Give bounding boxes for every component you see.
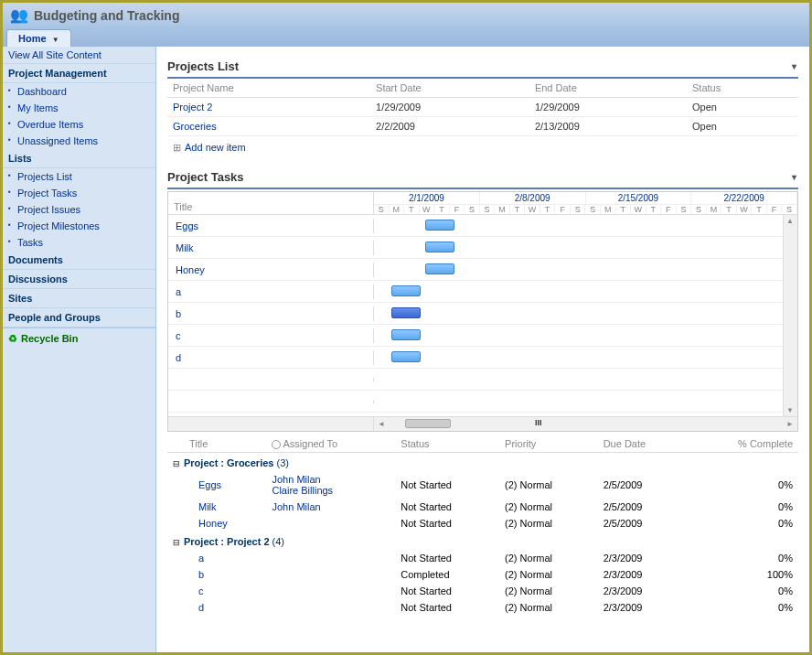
gantt-day-header: F — [767, 205, 783, 214]
collapse-icon[interactable]: ⊟ — [173, 459, 180, 468]
gantt-day-header: T — [721, 205, 737, 214]
task-row[interactable]: aNot Started(2) Normal2/3/20090% — [167, 550, 798, 566]
gantt-bar[interactable] — [425, 242, 454, 252]
gantt-bar[interactable] — [391, 285, 421, 296]
gantt-vertical-scrollbar[interactable] — [783, 215, 797, 416]
gantt-day-header: M — [390, 205, 405, 214]
sidebar-item[interactable]: Projects List — [3, 168, 155, 185]
projects-list-table: Project Name Start Date End Date Status … — [167, 79, 798, 136]
col-title[interactable]: Title — [184, 435, 266, 453]
collapse-icon[interactable]: ⊟ — [173, 538, 180, 547]
gantt-row-title: Eggs — [168, 219, 374, 233]
gantt-row-title: b — [168, 306, 374, 321]
sidebar-item[interactable]: Project Tasks — [3, 185, 155, 201]
project-tasks-menu-icon[interactable]: ▾ — [792, 172, 796, 182]
gantt-row-title: Honey — [168, 263, 374, 277]
main-area: View All Site Content Project Management… — [3, 47, 809, 655]
col-priority[interactable]: Priority — [499, 435, 598, 453]
task-group-row[interactable]: ⊟Project : Project 2 (4) — [167, 532, 798, 550]
gantt-day-header: S — [691, 205, 707, 214]
col-complete[interactable]: % Complete — [688, 435, 798, 453]
gantt-week-header: 2/22/2009 — [691, 192, 797, 204]
gantt-day-header: T — [752, 205, 767, 214]
gantt-week-header: 2/1/2009 — [374, 192, 480, 204]
task-row[interactable]: HoneyNot Started(2) Normal2/5/20090% — [167, 515, 798, 532]
gantt-horizontal-scrollbar[interactable]: ◄ III ► — [168, 416, 797, 431]
table-row[interactable]: Groceries2/2/20092/13/2009Open — [167, 117, 798, 136]
gantt-header: Title 2/1/20092/8/20092/15/20092/22/2009… — [168, 192, 797, 215]
sidebar-recycle-bin[interactable]: Recycle Bin — [3, 328, 155, 349]
gantt-row[interactable]: b — [168, 303, 797, 325]
task-detail-table: Title Assigned To Status Priority Due Da… — [167, 435, 798, 616]
gantt-bar[interactable] — [391, 307, 421, 318]
sidebar-heading-sites[interactable]: Sites — [3, 289, 155, 308]
sidebar-item[interactable]: Dashboard — [3, 83, 155, 100]
sidebar-heading-discussions[interactable]: Discussions — [3, 270, 155, 289]
col-start-date[interactable]: Start Date — [370, 79, 529, 98]
task-row[interactable]: MilkJohn MilanNot Started(2) Normal2/5/2… — [167, 499, 798, 515]
gantt-row[interactable]: a — [168, 281, 797, 303]
sidebar-view-all[interactable]: View All Site Content — [3, 47, 155, 64]
gantt-row[interactable]: c — [168, 325, 797, 347]
task-group-row[interactable]: ⊟Project : Groceries (3) — [167, 453, 798, 472]
gantt-day-header: W — [631, 205, 646, 214]
gantt-row-empty — [168, 391, 797, 413]
gantt-row-title: d — [168, 350, 374, 365]
gantt-day-header: W — [737, 205, 753, 214]
task-row[interactable]: dNot Started(2) Normal2/3/20090% — [167, 599, 798, 616]
gantt-day-header: T — [510, 205, 526, 214]
col-due-date[interactable]: Due Date — [598, 435, 688, 453]
sidebar-item[interactable]: Unassigned Items — [3, 133, 155, 149]
gantt-row-title: Milk — [168, 241, 374, 255]
gantt-bar[interactable] — [425, 263, 454, 274]
gantt-day-header: M — [601, 205, 616, 214]
gantt-day-header: T — [404, 205, 420, 214]
sidebar-heading-people[interactable]: People and Groups — [3, 308, 155, 328]
gantt-day-header: F — [555, 205, 571, 214]
gantt-day-header: T — [540, 205, 556, 214]
gantt-day-header: M — [495, 205, 510, 214]
add-new-item-link[interactable]: Add new item — [167, 136, 798, 159]
scroll-right-icon[interactable]: ► — [783, 420, 797, 428]
gantt-day-header: S — [677, 205, 692, 214]
sidebar-item[interactable]: Overdue Items — [3, 116, 155, 133]
tab-bar: Home ▼ — [3, 27, 809, 47]
sidebar-item[interactable]: Project Milestones — [3, 218, 155, 234]
scroll-thumb[interactable] — [405, 419, 451, 428]
gantt-bar[interactable] — [391, 329, 421, 340]
gantt-day-header: S — [571, 205, 586, 214]
gantt-day-header: M — [707, 205, 722, 214]
gantt-row[interactable]: Eggs — [168, 215, 797, 237]
sidebar-item[interactable]: Project Issues — [3, 201, 155, 218]
col-task-status[interactable]: Status — [395, 435, 499, 453]
task-row[interactable]: cNot Started(2) Normal2/3/20090% — [167, 583, 798, 599]
sidebar-heading-project-management[interactable]: Project Management — [3, 64, 155, 83]
gantt-row[interactable]: Milk — [168, 237, 797, 259]
app-icon: 👥 — [10, 6, 28, 24]
table-row[interactable]: Project 21/29/20091/29/2009Open — [167, 98, 798, 117]
gantt-day-header: T — [616, 205, 632, 214]
projects-list-menu-icon[interactable]: ▾ — [792, 61, 796, 71]
gantt-row-title: c — [168, 328, 374, 343]
col-project-name[interactable]: Project Name — [167, 79, 370, 98]
gantt-day-header: F — [450, 205, 465, 214]
gantt-bar[interactable] — [425, 220, 454, 231]
sidebar-item[interactable]: My Items — [3, 100, 155, 116]
gantt-bar[interactable] — [391, 351, 421, 362]
tab-home[interactable]: Home ▼ — [6, 29, 71, 47]
gantt-week-header: 2/15/2009 — [586, 192, 692, 204]
gantt-body: EggsMilkHoneyabcd — [168, 215, 797, 416]
sidebar-heading-lists[interactable]: Lists — [3, 149, 155, 168]
scroll-left-icon[interactable]: ◄ — [374, 420, 389, 428]
gantt-row[interactable]: Honey — [168, 259, 797, 281]
col-status[interactable]: Status — [687, 79, 798, 98]
sidebar-heading-documents[interactable]: Documents — [3, 251, 155, 270]
task-row[interactable]: bCompleted(2) Normal2/3/2009100% — [167, 566, 798, 583]
gantt-day-header: S — [465, 205, 480, 214]
col-assigned[interactable]: Assigned To — [266, 435, 395, 453]
sidebar-item[interactable]: Tasks — [3, 234, 155, 251]
gantt-row[interactable]: d — [168, 347, 797, 369]
task-row[interactable]: EggsJohn MilanClaire BillingsNot Started… — [167, 471, 798, 499]
gantt-day-header: S — [480, 205, 496, 214]
col-end-date[interactable]: End Date — [529, 79, 687, 98]
